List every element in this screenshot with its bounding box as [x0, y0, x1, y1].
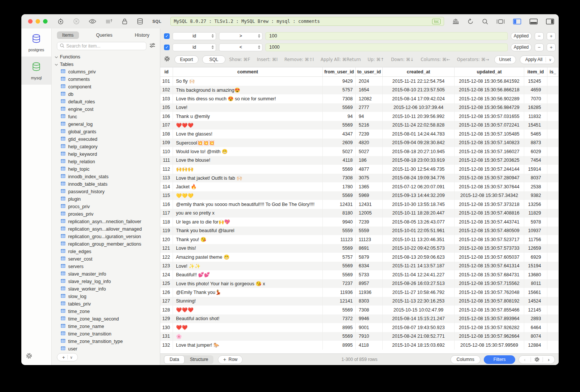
cell-is-[interactable]: [547, 244, 559, 253]
cell-item-id[interactable]: 5978: [524, 218, 547, 227]
cell-updated-at[interactable]: 2015-12-08 15:30:57.855466: [455, 306, 524, 314]
sidebar-table-item[interactable]: gtid_executed: [52, 136, 160, 143]
settings-gear-icon[interactable]: [26, 353, 51, 361]
cell-to-user-id[interactable]: 9946: [356, 314, 383, 323]
cell-item-id[interactable]: 2893: [524, 314, 547, 323]
close-window-button[interactable]: [28, 19, 33, 24]
cell-created-at[interactable]: 2015-10-11 20:39:56.992: [383, 112, 455, 121]
filter-enabled-checkbox[interactable]: [164, 33, 170, 39]
table-row[interactable]: 117you are so pretty x8180120052015-10-1…: [160, 209, 559, 218]
cell-created-at[interactable]: 2015-12-06 10:37:39.44: [383, 103, 455, 112]
cell-comment[interactable]: Thank you! 😘: [173, 235, 323, 244]
remove-filter-button[interactable]: −: [535, 43, 544, 51]
table-row[interactable]: 105Love!556927772015-12-06 10:37:39.4420…: [160, 103, 559, 112]
cell-created-at[interactable]: 2015-08-14 17:09:42.024: [383, 94, 455, 103]
table-row[interactable]: 113Love that jacket! Outfit is fab 🙌🏻730…: [160, 174, 559, 183]
cell-to-user-id[interactable]: 12431: [356, 200, 383, 209]
group-functions[interactable]: Functions: [52, 53, 160, 61]
cell-from-user-id[interactable]: 8180: [323, 209, 356, 218]
table-row[interactable]: 101So fly 🙌🏻942920242015-11-21 22:12:54.…: [160, 77, 559, 86]
cell-id[interactable]: 114: [160, 182, 173, 191]
cell-comment[interactable]: Supercool💥💥💥: [173, 139, 323, 148]
cell-updated-at[interactable]: 2015-12-08 15:30:57.523717: [455, 235, 524, 244]
table-row[interactable]: 112🙌🙌🙌556948772015-11-30 12:54:49.735201…: [160, 165, 559, 174]
cell-from-user-id[interactable]: 1780: [323, 182, 356, 191]
column-header-item-id[interactable]: item_id: [524, 67, 547, 76]
cell-to-user-id[interactable]: 11936: [356, 288, 383, 297]
sidebar-table-item[interactable]: replication_asyn...ailover_managed: [52, 225, 160, 233]
cell-item-id[interactable]: 15245: [524, 77, 547, 86]
cell-updated-at[interactable]: 2015-12-08 15:30:57.373218: [455, 200, 524, 209]
cell-created-at[interactable]: 2015-11-21 14:13:57.187: [383, 262, 455, 271]
filter-operator-select[interactable]: <: [219, 43, 262, 51]
cell-item-id[interactable]: 4659: [524, 86, 547, 95]
cell-updated-at[interactable]: 2015-12-08 15:30:57.443741: [455, 218, 524, 227]
sidebar-table-item[interactable]: func: [52, 113, 160, 121]
cell-id[interactable]: 130: [160, 323, 173, 332]
cell-to-user-id[interactable]: 94: [356, 112, 383, 121]
cell-created-at[interactable]: 2015-08-18 23:00:33.919: [383, 156, 455, 165]
cell-updated-at[interactable]: 2015-12-08 15:30:57.307644: [455, 182, 524, 191]
cell-from-user-id[interactable]: 11123: [323, 235, 356, 244]
cell-to-user-id[interactable]: 5879: [356, 253, 383, 262]
cell-comment[interactable]: ❤️❤️❤️: [173, 306, 323, 314]
cell-from-user-id[interactable]: 5757: [323, 253, 356, 262]
search-box[interactable]: [57, 42, 146, 50]
cell-item-id[interactable]: 12884: [524, 341, 547, 350]
cell-updated-at[interactable]: 2015-12-08 15:30:57.684731: [455, 270, 524, 279]
cell-id[interactable]: 132: [160, 341, 173, 350]
cell-item-id[interactable]: 15914: [524, 165, 547, 174]
cell-updated-at[interactable]: 2015-12-08 15:30:57.203625: [455, 156, 524, 165]
cell-created-at[interactable]: 2015-10-01 22:05:51.961: [383, 227, 455, 235]
cell-is-[interactable]: [547, 270, 559, 279]
cell-created-at[interactable]: 2015-08-24 21:08:52.771: [383, 332, 455, 341]
cell-to-user-id[interactable]: 2024: [356, 77, 383, 86]
cell-to-user-id[interactable]: 7910: [356, 332, 383, 341]
cell-id[interactable]: 111: [160, 156, 173, 165]
cell-id[interactable]: 115: [160, 191, 173, 200]
sidebar-table-item[interactable]: slow_log: [52, 293, 160, 300]
cell-id[interactable]: 113: [160, 174, 173, 183]
add-filter-button[interactable]: +: [547, 43, 556, 51]
cell-created-at[interactable]: 2015-08-18 20:27:10.945: [383, 147, 455, 156]
cell-item-id[interactable]: 7070: [524, 94, 547, 103]
cell-from-user-id[interactable]: 9429: [323, 77, 356, 86]
cell-item-id[interactable]: 6464: [524, 323, 547, 332]
table-row[interactable]: 102This background is amazing😍5757165420…: [160, 86, 559, 95]
cell-is-[interactable]: [547, 182, 559, 191]
sidebar-table-item[interactable]: server_cost: [52, 255, 160, 263]
cell-created-at[interactable]: 2015-09-13 14:44:32.209: [383, 191, 455, 200]
table-row[interactable]: 115💛💛💛556959692015-09-13 14:44:32.209201…: [160, 191, 559, 200]
table-row[interactable]: 111Love the blouse!41181862015-08-18 23:…: [160, 156, 559, 165]
cell-comment[interactable]: Thank you beautiful @laurel: [173, 227, 323, 235]
filter-field-select[interactable]: id: [173, 32, 216, 40]
cell-id[interactable]: 120: [160, 235, 173, 244]
cell-item-id[interactable]: 9382: [524, 191, 547, 200]
sidebar-table-item[interactable]: help_relation: [52, 158, 160, 165]
cell-is-[interactable]: [547, 156, 559, 165]
cell-id[interactable]: 105: [160, 103, 173, 112]
cell-to-user-id[interactable]: 1365: [356, 182, 383, 191]
preview-eye-icon[interactable]: [89, 19, 96, 24]
cell-created-at[interactable]: 2015-08-14 15:15:21.247: [383, 314, 455, 323]
sidebar-table-item[interactable]: slave_worker_info: [52, 285, 160, 293]
cell-from-user-id[interactable]: 7308: [323, 94, 356, 103]
cell-item-id[interactable]: 8011: [524, 279, 547, 288]
cell-updated-at[interactable]: 2015-12-08 15:30:57.166027: [455, 147, 524, 156]
cell-from-user-id[interactable]: 7308: [323, 174, 356, 183]
column-header-updated-at[interactable]: updated_at: [455, 67, 524, 76]
cell-id[interactable]: 125: [160, 279, 173, 288]
cell-created-at[interactable]: 2015-08-05 13:26:43.077: [383, 218, 455, 227]
focus-mode-icon[interactable]: [497, 19, 505, 24]
tab-data[interactable]: Data: [164, 355, 185, 364]
filter-enabled-checkbox[interactable]: [164, 45, 170, 50]
cell-created-at[interactable]: 2015-08-07 19:43:50.923: [383, 323, 455, 332]
lock-icon[interactable]: [122, 18, 128, 25]
column-header-from-user-id[interactable]: from_user_id: [323, 67, 356, 76]
sidebar-table-item[interactable]: tables_priv: [52, 300, 160, 308]
cell-is-[interactable]: [547, 279, 559, 288]
cell-item-id[interactable]: 15661: [524, 288, 547, 297]
cell-from-user-id[interactable]: 8995: [323, 341, 356, 350]
sidebar-table-item[interactable]: time_zone: [52, 308, 160, 315]
cell-id[interactable]: 112: [160, 165, 173, 174]
